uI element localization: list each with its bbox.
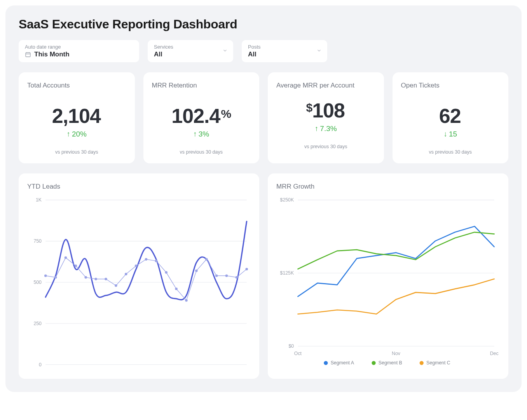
- svg-point-32: [225, 275, 228, 277]
- svg-point-31: [215, 275, 218, 277]
- svg-point-24: [145, 258, 148, 261]
- svg-text:250: 250: [33, 321, 42, 326]
- kpi-title: Average MRR per Account: [276, 82, 375, 89]
- svg-text:Segment C: Segment C: [426, 360, 450, 366]
- svg-point-22: [125, 273, 127, 275]
- mrr-growth-chart: $0$125K$250KOctNovDecSegment ASegment BS…: [276, 194, 500, 370]
- svg-point-33: [236, 276, 238, 279]
- chart-title: YTD Leads: [27, 183, 251, 191]
- svg-point-28: [185, 299, 188, 302]
- arrow-up-icon: ↑: [193, 130, 197, 138]
- kpi-row: Total Accounts 2,104 ↑20% vs previous 30…: [19, 72, 508, 163]
- svg-text:500: 500: [33, 280, 42, 285]
- services-filter[interactable]: Services All: [148, 40, 233, 62]
- svg-point-30: [205, 258, 208, 261]
- svg-point-19: [94, 278, 97, 280]
- chart-title: MRR Growth: [276, 183, 500, 191]
- page-title: SaaS Executive Reporting Dashboard: [19, 17, 508, 32]
- kpi-value: 2,104: [52, 106, 101, 126]
- kpi-compare: vs previous 30 days: [401, 149, 500, 155]
- svg-text:1K: 1K: [36, 197, 42, 203]
- kpi-total-accounts: Total Accounts 2,104 ↑20% vs previous 30…: [19, 72, 135, 163]
- kpi-mrr-retention: MRR Retention 102.4 % ↑3% vs previous 30…: [143, 72, 260, 163]
- svg-point-27: [175, 288, 178, 290]
- svg-point-34: [245, 268, 248, 271]
- svg-text:Dec: Dec: [490, 351, 499, 356]
- chevron-down-icon: [222, 48, 228, 55]
- kpi-value: 102.4: [171, 106, 220, 126]
- posts-value: All: [248, 51, 321, 58]
- svg-point-23: [135, 264, 138, 267]
- svg-point-46: [372, 361, 375, 365]
- kpi-delta: ↑3%: [152, 130, 251, 138]
- svg-point-20: [105, 278, 107, 280]
- kpi-delta: ↑20%: [27, 130, 126, 138]
- kpi-delta: ↓15: [401, 130, 500, 138]
- date-range-label: Auto date range: [25, 44, 133, 50]
- svg-point-21: [115, 284, 117, 287]
- svg-point-29: [195, 270, 198, 272]
- services-value: All: [154, 51, 227, 58]
- svg-text:Segment B: Segment B: [379, 360, 402, 366]
- kpi-title: MRR Retention: [152, 82, 251, 89]
- mrr-growth-chart-card: MRR Growth $0$125K$250KOctNovDecSegment …: [268, 173, 508, 379]
- svg-point-25: [155, 260, 158, 262]
- chevron-down-icon: [316, 48, 322, 55]
- kpi-avg-mrr: Average MRR per Account $ 108 ↑7.3% vs p…: [268, 72, 384, 163]
- svg-point-16: [65, 256, 67, 259]
- svg-text:750: 750: [33, 238, 42, 244]
- posts-label: Posts: [248, 44, 321, 50]
- kpi-value: 62: [439, 106, 461, 126]
- svg-point-14: [44, 275, 47, 277]
- svg-point-15: [54, 276, 57, 279]
- kpi-title: Total Accounts: [27, 82, 126, 89]
- kpi-compare: vs previous 30 days: [276, 144, 375, 149]
- arrow-up-icon: ↑: [315, 124, 319, 133]
- svg-text:$125K: $125K: [280, 270, 294, 276]
- filters-row: Auto date range This Month Services All: [19, 40, 508, 62]
- arrow-up-icon: ↑: [66, 130, 70, 138]
- kpi-compare: vs previous 30 days: [152, 149, 251, 155]
- kpi-prefix: $: [306, 102, 312, 114]
- svg-point-44: [324, 361, 328, 365]
- svg-point-18: [84, 276, 87, 279]
- svg-point-26: [165, 271, 168, 274]
- date-range-filter[interactable]: Auto date range This Month: [19, 40, 139, 62]
- charts-row: YTD Leads 02505007501K MRR Growth $0$125…: [19, 173, 508, 379]
- svg-point-17: [75, 264, 77, 267]
- posts-filter[interactable]: Posts All: [242, 40, 327, 62]
- svg-text:0: 0: [39, 362, 42, 368]
- kpi-suffix: %: [221, 108, 231, 120]
- kpi-compare: vs previous 30 days: [27, 149, 126, 155]
- svg-text:Segment A: Segment A: [331, 360, 354, 366]
- svg-rect-0: [26, 52, 30, 57]
- kpi-open-tickets: Open Tickets 62 ↓15 vs previous 30 days: [393, 72, 509, 163]
- ytd-leads-chart-card: YTD Leads 02505007501K: [19, 173, 259, 379]
- kpi-value: 108: [312, 100, 345, 121]
- dashboard-page: SaaS Executive Reporting Dashboard Auto …: [5, 5, 522, 392]
- svg-text:$250K: $250K: [280, 197, 294, 203]
- svg-text:Nov: Nov: [392, 351, 401, 356]
- services-label: Services: [154, 44, 227, 50]
- date-range-value: This Month: [34, 51, 70, 58]
- arrow-down-icon: ↓: [443, 130, 447, 138]
- svg-text:$0: $0: [288, 343, 294, 349]
- calendar-icon: [25, 51, 31, 58]
- ytd-leads-chart: 02505007501K: [27, 194, 251, 370]
- kpi-title: Open Tickets: [401, 82, 500, 89]
- kpi-delta: ↑7.3%: [276, 124, 375, 133]
- svg-text:Oct: Oct: [294, 351, 302, 356]
- svg-point-48: [420, 361, 424, 365]
